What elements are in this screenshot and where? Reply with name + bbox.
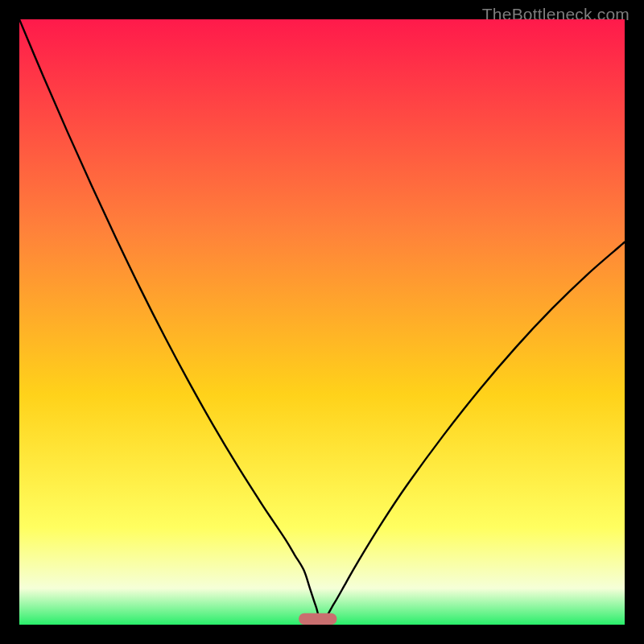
- gradient-background: [19, 19, 625, 625]
- chart-frame: TheBottleneck.com: [0, 0, 644, 644]
- bottleneck-plot: [19, 19, 625, 625]
- plot-svg: [19, 19, 625, 625]
- optimal-marker: [299, 613, 336, 625]
